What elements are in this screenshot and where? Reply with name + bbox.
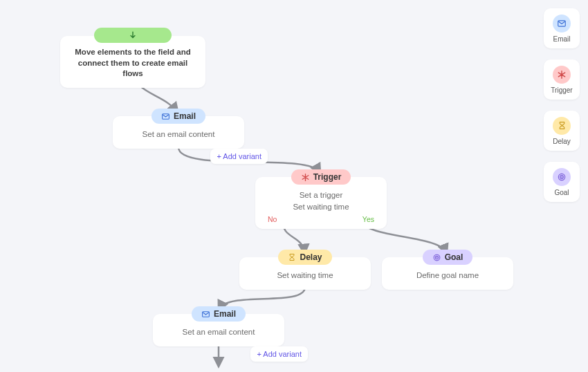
asterisk-icon bbox=[553, 66, 571, 84]
trigger-badge-label: Trigger bbox=[313, 172, 342, 182]
palette-goal[interactable]: Goal bbox=[544, 162, 580, 202]
palette-email[interactable]: Email bbox=[544, 8, 580, 48]
email-badge: Email bbox=[192, 306, 246, 322]
asterisk-icon bbox=[301, 173, 310, 182]
hourglass-icon bbox=[553, 117, 571, 135]
start-badge bbox=[94, 28, 172, 43]
email-badge-label: Email bbox=[174, 111, 196, 121]
email-badge-label: Email bbox=[214, 309, 236, 319]
add-variant-button[interactable]: + Add variant bbox=[250, 346, 308, 362]
email-icon bbox=[553, 15, 571, 32]
hourglass-icon bbox=[288, 253, 296, 261]
goal-node[interactable]: Goal Define goal name bbox=[382, 257, 513, 290]
arrow-down-icon bbox=[128, 30, 138, 40]
start-instruction: Move elements to the field and connect t… bbox=[60, 43, 205, 81]
palette-label: Delay bbox=[553, 138, 571, 145]
trigger-no-label: No bbox=[268, 215, 277, 223]
email-node-body: Set an email content bbox=[153, 322, 284, 340]
trigger-line-2: Set waiting time bbox=[261, 201, 381, 213]
email-node-2[interactable]: Email Set an email content + Add variant bbox=[153, 314, 284, 346]
delay-node[interactable]: Delay Set waiting time bbox=[239, 257, 371, 290]
palette-label: Goal bbox=[554, 189, 569, 196]
node-palette: Email Trigger Delay Goal bbox=[544, 8, 580, 202]
palette-label: Trigger bbox=[551, 86, 572, 94]
goal-badge: Goal bbox=[423, 250, 473, 265]
add-variant-button[interactable]: + Add variant bbox=[210, 149, 268, 164]
trigger-yes-label: Yes bbox=[362, 215, 374, 223]
svg-point-4 bbox=[436, 257, 437, 258]
email-icon bbox=[201, 310, 210, 319]
goal-badge-label: Goal bbox=[445, 252, 463, 262]
email-node-1[interactable]: Email Set an email content + Add variant bbox=[113, 116, 244, 149]
start-node[interactable]: Move elements to the field and connect t… bbox=[60, 36, 205, 88]
goal-node-body: Define goal name bbox=[382, 265, 513, 283]
email-node-body: Set an email content bbox=[113, 124, 244, 142]
trigger-badge: Trigger bbox=[291, 169, 351, 185]
palette-delay[interactable]: Delay bbox=[544, 111, 580, 151]
flow-canvas[interactable]: Move elements to the field and connect t… bbox=[0, 0, 588, 372]
palette-trigger[interactable]: Trigger bbox=[544, 59, 580, 100]
target-icon bbox=[553, 168, 571, 186]
trigger-node-body: Set a trigger Set waiting time bbox=[255, 185, 387, 214]
trigger-node[interactable]: Trigger Set a trigger Set waiting time N… bbox=[255, 177, 387, 229]
svg-point-9 bbox=[561, 176, 562, 178]
target-icon bbox=[432, 253, 441, 262]
email-badge: Email bbox=[151, 109, 205, 124]
delay-node-body: Set waiting time bbox=[239, 265, 371, 283]
trigger-line-1: Set a trigger bbox=[261, 189, 381, 201]
delay-badge-label: Delay bbox=[300, 252, 322, 262]
delay-badge: Delay bbox=[278, 250, 331, 265]
email-icon bbox=[161, 112, 170, 121]
palette-label: Email bbox=[553, 35, 570, 43]
